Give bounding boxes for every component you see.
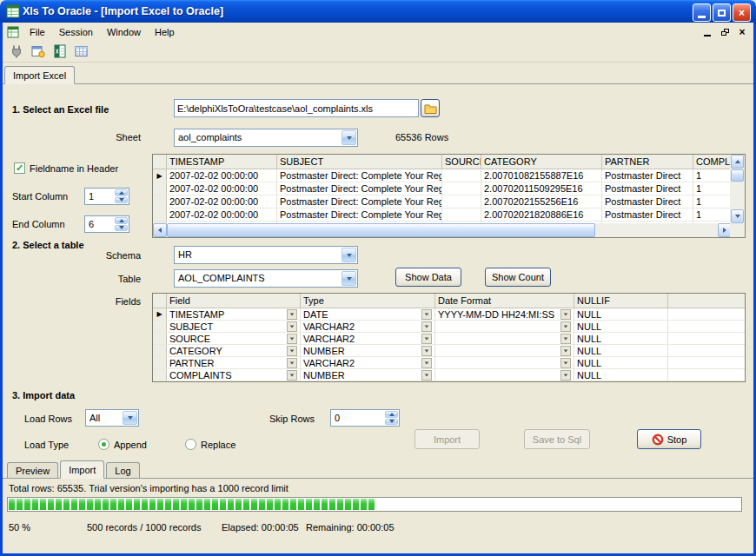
- fieldname-header-checkbox[interactable]: ✓: [14, 162, 25, 174]
- table-select[interactable]: AOL_COMPLAINTS: [174, 269, 358, 288]
- column-header[interactable]: Type: [301, 294, 435, 308]
- chevron-down-icon[interactable]: [560, 358, 571, 368]
- file-path-input[interactable]: [175, 100, 418, 116]
- end-column-stepper[interactable]: 6: [84, 215, 129, 233]
- column-header[interactable]: Field: [167, 294, 301, 308]
- load-rows-select[interactable]: All: [85, 409, 139, 427]
- show-data-button[interactable]: Show Data: [395, 268, 461, 287]
- remaining-time: Remaining: 00:00:05: [306, 522, 395, 533]
- fieldname-header-label: Fieldname in Header: [30, 163, 118, 174]
- spin-down-icon[interactable]: [115, 197, 128, 204]
- scrollbar-thumb[interactable]: [167, 223, 595, 237]
- chevron-down-icon[interactable]: [287, 309, 297, 320]
- chevron-down-icon[interactable]: [560, 321, 571, 332]
- mdi-restore-button[interactable]: [717, 25, 733, 38]
- tab-import-excel[interactable]: Import Excel: [4, 66, 75, 84]
- row-pointer: ▶: [153, 308, 167, 320]
- chevron-down-icon[interactable]: [560, 309, 571, 320]
- chevron-down-icon[interactable]: [560, 370, 571, 381]
- chevron-down-icon[interactable]: [287, 370, 297, 381]
- new-session-icon[interactable]: [29, 42, 48, 61]
- table-row[interactable]: 2007-02-02 00:00:00 Postmaster Direct: C…: [153, 182, 732, 195]
- chevron-down-icon[interactable]: [287, 346, 297, 356]
- chevron-down-icon[interactable]: [342, 130, 356, 145]
- chevron-down-icon[interactable]: [421, 334, 432, 344]
- chevron-down-icon[interactable]: [421, 346, 432, 356]
- schema-select[interactable]: HR: [174, 246, 358, 264]
- table-row[interactable]: SUBJECT VARCHAR2 NULL: [153, 321, 745, 333]
- column-header[interactable]: CATEGORY: [481, 155, 602, 169]
- chevron-down-icon[interactable]: [287, 358, 297, 368]
- scroll-down-icon[interactable]: [731, 209, 744, 223]
- menubar: File Session Window Help ×: [3, 23, 753, 41]
- file-path-field[interactable]: [174, 99, 419, 117]
- scroll-left-icon[interactable]: [153, 223, 167, 237]
- browse-button[interactable]: [421, 99, 440, 117]
- vertical-scrollbar[interactable]: [730, 155, 745, 223]
- skip-rows-stepper[interactable]: 0: [330, 409, 400, 427]
- spin-up-icon[interactable]: [115, 217, 128, 224]
- tab-import[interactable]: Import: [60, 460, 104, 479]
- chevron-down-icon[interactable]: [123, 411, 137, 425]
- column-header[interactable]: SOURCE: [442, 155, 481, 169]
- rows-count-label: 65536 Rows: [395, 132, 448, 142]
- menu-window[interactable]: Window: [100, 25, 148, 39]
- sheet-select[interactable]: aol_complaints: [174, 129, 358, 147]
- table-row[interactable]: ▶ 2007-02-02 00:00:00 Postmaster Direct:…: [153, 169, 732, 182]
- menu-file[interactable]: File: [23, 25, 52, 39]
- scrollbar-thumb[interactable]: [731, 169, 744, 182]
- column-header[interactable]: SUBJECT: [277, 155, 442, 169]
- table-row[interactable]: SOURCE VARCHAR2 NULL: [153, 333, 745, 345]
- tab-log[interactable]: Log: [106, 462, 139, 478]
- replace-radio[interactable]: [185, 439, 196, 450]
- folder-icon: [424, 103, 437, 114]
- spin-up-icon[interactable]: [385, 411, 398, 418]
- chevron-down-icon[interactable]: [287, 321, 297, 332]
- minimize-button[interactable]: [693, 3, 711, 22]
- start-column-stepper[interactable]: 1: [84, 188, 129, 205]
- spin-up-icon[interactable]: [115, 189, 128, 196]
- column-header[interactable]: Date Format: [435, 294, 574, 308]
- chevron-down-icon[interactable]: [287, 334, 297, 344]
- table-row[interactable]: PARTNER VARCHAR2 NULL: [153, 357, 745, 369]
- menu-help[interactable]: Help: [148, 25, 182, 39]
- table-row[interactable]: CATEGORY NUMBER NULL: [153, 345, 745, 357]
- chevron-down-icon[interactable]: [342, 248, 356, 262]
- chevron-down-icon[interactable]: [342, 271, 356, 286]
- maximize-button[interactable]: [713, 3, 731, 22]
- connect-icon[interactable]: [7, 42, 26, 61]
- chevron-down-icon[interactable]: [560, 334, 571, 344]
- table-row[interactable]: COMPLAINTS NUMBER NULL: [153, 369, 745, 381]
- append-radio[interactable]: [98, 439, 109, 450]
- stop-button-label: Stop: [667, 434, 687, 445]
- scroll-up-icon[interactable]: [731, 155, 744, 169]
- chevron-down-icon[interactable]: [421, 309, 432, 320]
- preview-grid-rows: ▶ 2007-02-02 00:00:00 Postmaster Direct:…: [153, 169, 732, 225]
- close-button[interactable]: ×: [733, 3, 751, 22]
- mdi-minimize-button[interactable]: [700, 25, 715, 38]
- stop-button[interactable]: Stop: [637, 429, 701, 449]
- chevron-down-icon[interactable]: [421, 358, 432, 368]
- tab-preview[interactable]: Preview: [7, 462, 58, 478]
- menu-session[interactable]: Session: [52, 25, 100, 39]
- chevron-down-icon[interactable]: [421, 370, 432, 381]
- mdi-close-button[interactable]: ×: [734, 25, 750, 38]
- chevron-down-icon[interactable]: [560, 346, 571, 356]
- window-title: Xls To Oracle - [Import Excel to Oracle]: [23, 5, 223, 17]
- column-header[interactable]: TIMESTAMP: [167, 155, 277, 169]
- excel-icon[interactable]: [50, 42, 70, 61]
- import-button[interactable]: Import: [414, 429, 480, 449]
- column-header[interactable]: NULLIF: [574, 294, 668, 308]
- spin-down-icon[interactable]: [385, 419, 398, 426]
- horizontal-scrollbar[interactable]: [153, 223, 732, 237]
- table-row[interactable]: ▶ TIMESTAMP DATE YYYY-MM-DD HH24:MI:SS N…: [153, 308, 745, 321]
- spin-down-icon[interactable]: [115, 225, 128, 232]
- table-label: Table: [96, 274, 141, 284]
- table-row[interactable]: 2007-02-02 00:00:00 Postmaster Direct: C…: [153, 208, 732, 222]
- data-grid-icon[interactable]: [72, 42, 91, 61]
- column-header[interactable]: PARTNER: [602, 155, 693, 169]
- table-row[interactable]: 2007-02-02 00:00:00 Postmaster Direct: C…: [153, 195, 732, 208]
- save-to-sql-button[interactable]: Save to Sql: [524, 429, 590, 449]
- show-count-button[interactable]: Show Count: [485, 268, 551, 287]
- chevron-down-icon[interactable]: [421, 321, 432, 332]
